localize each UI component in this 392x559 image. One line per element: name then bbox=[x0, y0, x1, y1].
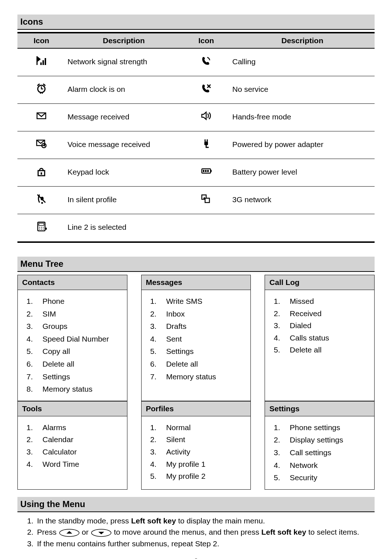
menu-item: Drafts bbox=[150, 320, 248, 333]
menu-item: Received bbox=[274, 307, 371, 320]
icon-description: Hands-free mode bbox=[230, 104, 375, 131]
menu-item: Settings bbox=[26, 371, 124, 383]
icon-description: Network signal strength bbox=[65, 48, 182, 76]
menu-item: Sent bbox=[150, 333, 248, 346]
using-step-2: Press or to move around the menus, and t… bbox=[36, 526, 375, 538]
menu-item-label: Dialed bbox=[290, 321, 311, 330]
bold: Left soft key bbox=[261, 528, 306, 536]
menu-item: Activity bbox=[150, 446, 248, 458]
icon-description bbox=[230, 214, 375, 242]
menu-card-title: Porfiles bbox=[142, 401, 251, 416]
menu-item: My profile 1 bbox=[150, 458, 248, 470]
section-header-icons: Icons bbox=[17, 15, 375, 30]
menu-item: Settings bbox=[150, 345, 248, 358]
menu-item: Memory status bbox=[150, 371, 248, 383]
menu-item-label: Delete all bbox=[166, 360, 198, 368]
menu-item-label: Drafts bbox=[166, 322, 187, 330]
text: to move around the menus, and then press bbox=[114, 528, 261, 536]
icon-description: 3G network bbox=[230, 187, 375, 214]
menu-item: Security bbox=[274, 472, 371, 484]
plug-icon bbox=[182, 131, 230, 159]
menu-item-label: Received bbox=[290, 309, 322, 318]
col-icon-left: Icon bbox=[17, 33, 65, 48]
menu-item: Delete all bbox=[150, 358, 248, 371]
menu-item-label: Phone bbox=[42, 297, 65, 305]
menu-item: Dialed bbox=[274, 319, 371, 332]
col-desc-right: Description bbox=[230, 33, 375, 48]
icon-description: Alarm clock is on bbox=[65, 76, 182, 104]
icon-description: Powered by power adapter bbox=[230, 131, 375, 159]
icons-row: Line 2 is selected bbox=[17, 214, 375, 242]
menu-item-label: Calls status bbox=[290, 334, 329, 342]
icons-row: Network signal strengthCalling bbox=[17, 48, 375, 76]
menu-item-label: Groups bbox=[42, 322, 68, 330]
menu-item-label: Delete all bbox=[290, 346, 322, 354]
nav-up-key-icon bbox=[59, 529, 80, 537]
menu-item-label: Silent bbox=[166, 435, 185, 444]
section-header-menu-tree: Menu Tree bbox=[17, 257, 375, 272]
menu-item-label: Alarms bbox=[42, 423, 66, 432]
icon-description: Battery power level bbox=[230, 159, 375, 187]
page-number: 3 bbox=[17, 557, 375, 559]
icons-table: Icon Description Icon Description Networ… bbox=[17, 32, 375, 243]
line2-icon bbox=[17, 214, 65, 242]
text: to display the main menu. bbox=[176, 517, 265, 525]
icons-table-header: Icon Description Icon Description bbox=[17, 33, 375, 48]
menu-item: Calculator bbox=[26, 446, 124, 458]
menu-item: Delete all bbox=[274, 344, 371, 356]
menu-item-label: Settings bbox=[166, 347, 194, 355]
menu-item-label: Call settings bbox=[290, 448, 331, 457]
menu-card-contacts: ContactsPhoneSIMGroupsSpeed Dial NumberC… bbox=[17, 275, 127, 401]
text: or bbox=[82, 528, 91, 536]
lock-icon bbox=[17, 159, 65, 187]
signal-icon bbox=[17, 48, 65, 76]
nav-down-key-icon bbox=[91, 529, 112, 537]
menu-card-messages: MessagesWrite SMSInboxDraftsSentSettings… bbox=[141, 275, 251, 401]
icons-row: Keypad lockBattery power level bbox=[17, 159, 375, 187]
icons-row: Message receivedHands-free mode bbox=[17, 104, 375, 131]
icons-row: In silent profile3G network bbox=[17, 187, 375, 214]
menu-item-label: Write SMS bbox=[166, 297, 203, 305]
menu-item: Word Time bbox=[26, 458, 124, 470]
menu-item-label: Inbox bbox=[166, 310, 185, 318]
menu-item-label: Speed Dial Number bbox=[42, 335, 109, 343]
menu-item: Display settings bbox=[274, 434, 371, 446]
menu-card-title: Tools bbox=[18, 401, 127, 416]
icon-description: Keypad lock bbox=[65, 159, 182, 187]
noservice-icon bbox=[182, 76, 230, 104]
icons-row: Voice message receivedPowered by power a… bbox=[17, 131, 375, 159]
using-step-3: If the menu contains further submenus, r… bbox=[36, 538, 375, 550]
menu-item: Delete all bbox=[26, 358, 124, 371]
menu-item: Write SMS bbox=[150, 295, 248, 308]
icon-description: In silent profile bbox=[65, 187, 182, 214]
text: In the standby mode, press bbox=[37, 517, 131, 525]
menu-item: Missed bbox=[274, 295, 371, 307]
text: If the menu contains further submenus, r… bbox=[37, 539, 219, 548]
menu-item: Inbox bbox=[150, 308, 248, 321]
menu-item-label: Word Time bbox=[42, 460, 79, 468]
battery-icon bbox=[182, 159, 230, 187]
icon-description: Message received bbox=[65, 104, 182, 131]
menu-item: Groups bbox=[26, 320, 124, 333]
menu-item-label: Missed bbox=[290, 297, 314, 305]
menu-card-title: Call Log bbox=[265, 275, 374, 290]
message-icon bbox=[17, 104, 65, 131]
menu-item: Phone bbox=[26, 295, 124, 308]
menu-item-label: Sent bbox=[166, 335, 182, 343]
menu-item-label: Settings bbox=[42, 372, 70, 381]
menu-card-porfiles: PorfilesNormalSilentActivityMy profile 1… bbox=[141, 401, 251, 490]
menu-item: Calls status bbox=[274, 332, 371, 344]
col-icon-right: Icon bbox=[182, 33, 230, 48]
menu-item-label: Copy all bbox=[42, 347, 70, 355]
menu-tree-grid: ContactsPhoneSIMGroupsSpeed Dial NumberC… bbox=[17, 275, 375, 490]
icon-description: Voice message received bbox=[65, 131, 182, 159]
menu-item-label: Delete all bbox=[42, 360, 74, 368]
voicemail-icon bbox=[17, 131, 65, 159]
menu-item-label: Security bbox=[290, 473, 317, 482]
menu-item-label: Calendar bbox=[42, 435, 73, 444]
menu-item-label: Activity bbox=[166, 448, 191, 456]
icon-description: Calling bbox=[230, 48, 375, 76]
calling-icon bbox=[182, 48, 230, 76]
icon-description: No service bbox=[230, 76, 375, 104]
text: Press bbox=[37, 528, 59, 536]
